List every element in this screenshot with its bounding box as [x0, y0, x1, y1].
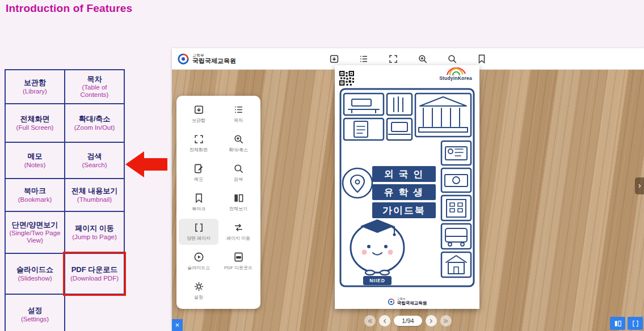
mascot-character: NIIED [351, 219, 404, 285]
book-cover-page[interactable]: StudyinKorea [335, 65, 479, 309]
menu-item-page-view[interactable]: 양면 페이지 [179, 219, 218, 245]
menu-item-toc[interactable]: 목차 [218, 101, 258, 127]
menu-item-search[interactable]: 검색 [218, 160, 258, 186]
niied-logo: 교육부 국립국제교육원 [177, 53, 236, 65]
jump-to-page-icon [233, 222, 244, 233]
bottom-right-controls [610, 317, 643, 330]
svg-text:NIIED: NIIED [369, 278, 385, 283]
menu-item-bookmark[interactable]: 북마크 [179, 189, 218, 215]
toc-icon [233, 104, 244, 115]
next-page-edge-button[interactable] [635, 177, 644, 194]
zoom-icon [233, 134, 244, 145]
library-icon [329, 54, 339, 64]
fullscreen-toggle-button[interactable] [628, 317, 643, 330]
page-title: Introduction of Features [6, 2, 132, 15]
menu-item-fullscreen[interactable]: 전체화면 [179, 130, 218, 156]
feature-cell-pdf-download: PDF 다운로드 (Download PDF) [65, 253, 124, 294]
toolbar-zoom-button[interactable] [418, 54, 428, 64]
red-arrow-head [125, 151, 144, 177]
arrow-right-icon [637, 183, 642, 189]
pagination: 1/94 [172, 315, 644, 326]
red-arrow-shaft [144, 158, 167, 171]
expand-brackets-icon [632, 320, 639, 328]
toc-icon [359, 54, 369, 64]
close-menu-button[interactable] [172, 319, 183, 331]
toolbar-bookmark-button[interactable] [477, 54, 487, 64]
toolbar-fullscreen-button[interactable] [388, 54, 398, 64]
feature-cell-search: 검색(Search) [65, 142, 124, 179]
double-chevron-left-icon [367, 318, 373, 324]
page-view-icon [193, 222, 204, 233]
close-icon [175, 322, 180, 328]
prev-page-button[interactable] [379, 315, 390, 326]
feature-cell-page-view: 단면/양면보기(Single/Two Page View) [5, 211, 65, 253]
gear-icon [193, 281, 204, 292]
pdf-icon [233, 252, 244, 262]
chevron-left-icon [382, 318, 388, 324]
feature-cell-slideshow: 슬라이드쇼(Slideshow) [5, 253, 65, 294]
first-page-button[interactable] [364, 315, 376, 326]
search-icon [447, 54, 457, 64]
bookmark-icon [193, 193, 204, 203]
feature-cell-notes: 메모(Notes) [5, 142, 65, 179]
rainbow-arc-icon [443, 67, 469, 75]
feature-cell-settings: 설정(Settings) [5, 294, 65, 331]
chevron-right-icon [428, 318, 434, 324]
ebook-viewer: 교육부 국립국제교육원 보관함 목차 전체화면 확대/축소 메모 검색 북마크 … [172, 48, 644, 331]
menu-item-thumbnail[interactable]: 전체보기 [218, 189, 258, 215]
menu-item-pdf-download[interactable]: PDF 다운로드 [218, 248, 258, 274]
toolbar-toc-button[interactable] [359, 54, 369, 64]
search-icon [233, 163, 244, 174]
zoom-icon [418, 54, 428, 64]
last-page-button[interactable] [440, 315, 452, 326]
menu-item-jump-to-page[interactable]: 페이지 이동 [218, 219, 258, 245]
red-arrow [125, 151, 167, 177]
svg-text:가이드북: 가이드북 [382, 205, 426, 216]
double-chevron-right-icon [443, 318, 449, 324]
menu-item-slideshow[interactable]: 슬라이드쇼 [179, 248, 218, 274]
svg-text:유 학 생: 유 학 생 [384, 187, 424, 198]
feature-cell-toc: 목차(Table of Contents) [65, 70, 124, 104]
bookmark-icon [477, 54, 487, 64]
government-logo-icon [388, 298, 395, 305]
feature-cell-fullscreen: 전체화면(Full Screen) [5, 104, 65, 142]
qr-code [339, 71, 354, 86]
toolbar-library-button[interactable] [329, 54, 339, 64]
study-in-korea-logo: StudyinKorea [435, 67, 476, 81]
library-icon [193, 104, 204, 115]
feature-cell-zoom: 확대/축소(Zoom In/Out) [65, 104, 124, 142]
cover-publisher: 교육부 국립국제교육원 [335, 298, 479, 305]
slideshow-icon [193, 252, 204, 262]
menu-item-library[interactable]: 보관함 [179, 101, 218, 127]
menu-item-memo[interactable]: 메모 [179, 160, 218, 186]
thumbnail-icon [233, 193, 244, 203]
menu-item-settings[interactable]: 설정 [179, 278, 218, 304]
book-title-block: 외 국 인 유 학 생 가이드북 [372, 166, 436, 218]
cover-illustration: 외 국 인 유 학 생 가이드북 NIIED [335, 87, 479, 288]
thumbnail-icon [614, 320, 622, 328]
feature-table: 보관함(Library) 목차(Table of Contents) 전체화면(… [5, 69, 125, 331]
side-menu: 보관함 목차 전체화면 확대/축소 메모 검색 북마크 전체보기 양면 페이지 … [176, 96, 260, 309]
fullscreen-icon [388, 54, 398, 64]
next-page-button[interactable] [426, 315, 437, 326]
memo-icon [193, 163, 204, 174]
empty-cell [65, 294, 124, 331]
feature-cell-bookmark: 북마크(Bookmark) [5, 179, 65, 211]
government-logo-icon [177, 53, 190, 65]
feature-cell-library: 보관함(Library) [5, 70, 65, 104]
menu-item-zoom[interactable]: 확대/축소 [218, 130, 258, 156]
svg-text:외 국 인: 외 국 인 [384, 169, 424, 180]
page-indicator[interactable]: 1/94 [394, 316, 422, 326]
fullscreen-icon [193, 134, 204, 145]
feature-cell-thumbnail: 전체 내용보기(Thumbnail) [65, 179, 124, 211]
feature-cell-jump: 페이지 이동(Jump to Page) [65, 211, 124, 253]
thumbnail-strip-button[interactable] [610, 317, 625, 330]
toolbar-search-button[interactable] [447, 54, 457, 64]
